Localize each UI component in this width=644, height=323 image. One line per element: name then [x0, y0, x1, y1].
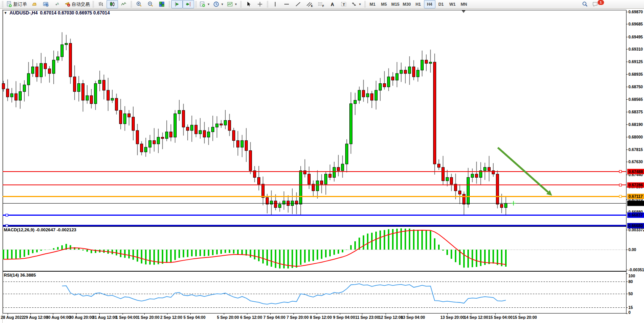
candle-body: [434, 62, 436, 164]
candle-body: [48, 69, 51, 73]
signals-button[interactable]: [51, 0, 63, 8]
timeframe-m1-button[interactable]: M1: [367, 0, 378, 8]
timeframe-h1-button[interactable]: H1: [413, 0, 424, 8]
search-button[interactable]: [579, 0, 591, 8]
terminal-icon: [43, 1, 49, 7]
zoom-out-button[interactable]: [145, 0, 156, 8]
time-axis-label: 11 Sep 23:00: [355, 315, 379, 320]
new-chart-button[interactable]: ▼: [198, 0, 212, 8]
cursor-button[interactable]: [243, 0, 254, 8]
search-icon: [582, 1, 588, 7]
price-line-label-text: 0.67014: [628, 201, 643, 205]
toolbar-grip[interactable]: [2, 1, 3, 7]
candle-body: [212, 127, 214, 132]
price-axis-tick: 0.69125: [628, 59, 643, 64]
candle-body: [182, 110, 185, 127]
toolbar-grip[interactable]: [267, 1, 268, 7]
timeframe-m30-button[interactable]: M30: [401, 0, 413, 8]
notifications-button[interactable]: 1: [591, 0, 608, 8]
terminal-button[interactable]: [40, 0, 51, 8]
line-drag-handle[interactable]: [6, 224, 8, 227]
toolbar-grip[interactable]: [195, 1, 197, 7]
fibonacci-tool[interactable]: F: [315, 0, 327, 8]
line-drag-handle[interactable]: [619, 184, 622, 186]
new-chart-icon: [199, 1, 206, 7]
zoom-in-button[interactable]: [133, 0, 145, 8]
trendline-tool[interactable]: [292, 0, 304, 8]
templates-button[interactable]: ▼: [225, 0, 239, 8]
chart-canvas[interactable]: 0.698700.696850.694950.693100.691250.689…: [0, 9, 644, 323]
candle-body: [115, 98, 118, 110]
timeframe-label: H1: [416, 2, 421, 6]
timeframe-m5-button[interactable]: M5: [378, 0, 390, 8]
macd-axis-tick: 0.00: [628, 247, 636, 252]
candle-body: [484, 167, 486, 171]
equidistant-channel-tool[interactable]: E: [304, 0, 315, 8]
candle-body: [300, 171, 302, 204]
trendline-icon: [295, 1, 301, 7]
bar-chart-button[interactable]: [95, 0, 107, 8]
timeframe-m15-button[interactable]: M15: [390, 0, 401, 8]
candle-body: [65, 43, 68, 45]
candle-body: [442, 167, 445, 181]
label-tool[interactable]: T: [338, 0, 349, 8]
timeframe-label: M30: [403, 2, 411, 6]
candle-body: [73, 77, 76, 92]
toolbar-grip[interactable]: [240, 1, 242, 7]
market-watch-button[interactable]: [29, 0, 40, 8]
candle-body: [354, 100, 357, 104]
new-order-button[interactable]: 新订单: [5, 0, 29, 8]
rsi-value: 36.3885: [20, 273, 36, 277]
candle-body: [438, 164, 440, 167]
vertical-line-tool[interactable]: [269, 0, 281, 8]
chart-dropdown-toggle-icon[interactable]: ▼: [4, 11, 7, 15]
toolbar-grip[interactable]: [131, 1, 132, 7]
autotrading-button[interactable]: 自动交易: [63, 0, 91, 8]
line-drag-handle[interactable]: [619, 195, 622, 197]
tile-windows-button[interactable]: [156, 0, 167, 8]
price-axis-tick: 0.68565: [628, 97, 643, 102]
text-tool[interactable]: A: [327, 0, 338, 8]
svg-text:E: E: [311, 5, 313, 7]
line-drag-handle[interactable]: [6, 214, 8, 216]
timeframe-d1-button[interactable]: D1: [435, 0, 447, 8]
time-axis-label: 30 Aug 20:00: [69, 315, 94, 320]
candle-body: [132, 117, 135, 130]
auto-scroll-button[interactable]: [171, 0, 183, 8]
price-line-label-text: 0.67286: [628, 183, 643, 187]
timeframe-h4-button[interactable]: H4: [424, 0, 435, 8]
candle-body: [23, 85, 26, 92]
candle-body: [178, 110, 181, 114]
line-drag-handle[interactable]: [619, 170, 622, 173]
crosshair-button[interactable]: [254, 0, 266, 8]
line-chart-button[interactable]: [118, 0, 129, 8]
horizontal-line-tool[interactable]: [281, 0, 292, 8]
candle-body: [471, 174, 474, 178]
chart-shift-button[interactable]: [183, 0, 194, 8]
arrows-tool[interactable]: ▼: [349, 0, 363, 8]
candle-body: [94, 84, 97, 104]
toolbar-grip[interactable]: [169, 1, 170, 7]
candle-body: [216, 124, 218, 127]
candle-body: [103, 80, 105, 90]
price-axis-tick: 0.68000: [628, 135, 643, 139]
chart-title[interactable]: ▼ AUDUSD-,H4 0.67014 0.67030 0.66975 0.6…: [4, 10, 110, 16]
macd-indicator-label: MACD(12,26,9) -0.002647 -0.002123: [4, 228, 77, 232]
candle-body: [2, 84, 5, 89]
toolbar-grip[interactable]: [364, 1, 366, 7]
price-axis-tick: 0.68935: [628, 72, 643, 76]
candle-body: [69, 43, 72, 77]
time-axis-label: 7 Sep 04:00: [263, 315, 285, 320]
candle-body: [488, 167, 491, 171]
period-selector-button[interactable]: ▼: [212, 0, 225, 8]
toolbar-grip[interactable]: [92, 1, 94, 7]
candle-body: [283, 201, 285, 204]
candle-body: [245, 140, 248, 150]
clock-icon: [213, 1, 219, 7]
candlestick-chart-button[interactable]: [107, 0, 118, 8]
mt4-terminal: { "toolbar": { "new_order_label": "新订单",…: [0, 0, 644, 323]
timeframe-mn-button[interactable]: MN: [458, 0, 470, 8]
new-order-icon: [6, 1, 12, 7]
candle-body: [86, 95, 89, 100]
timeframe-w1-button[interactable]: W1: [447, 0, 458, 8]
